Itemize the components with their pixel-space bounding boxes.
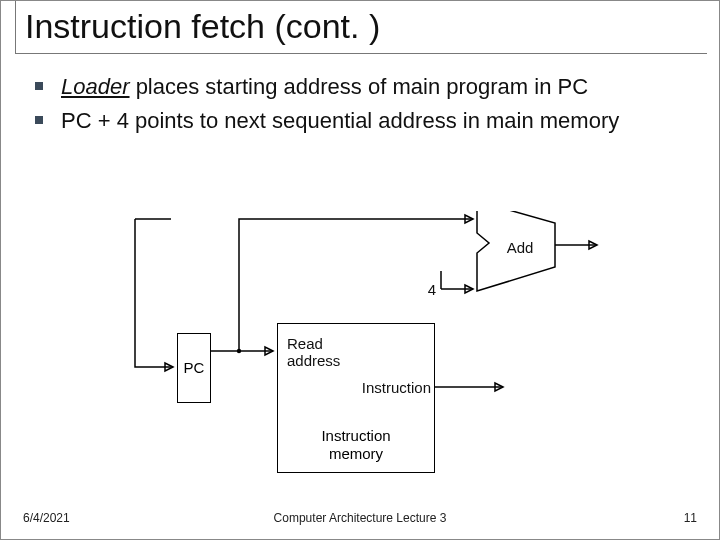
bullet-square-icon: [35, 82, 43, 90]
diagram-wires: [111, 211, 631, 501]
slide-body: Loader places starting address of main p…: [29, 73, 669, 140]
svg-point-12: [237, 349, 241, 353]
title-rule-vertical: [15, 1, 16, 53]
bullet-item: PC + 4 points to next sequential address…: [29, 107, 669, 135]
bullet-lead: Loader: [61, 74, 130, 99]
footer-center: Computer Architecture Lecture 3: [1, 511, 719, 525]
bullet-text: places starting address of main program …: [130, 74, 589, 99]
alu-shape: [477, 211, 555, 291]
bullet-item: Loader places starting address of main p…: [29, 73, 669, 101]
footer-page-number: 11: [684, 511, 697, 525]
slide: Instruction fetch (cont. ) Loader places…: [0, 0, 720, 540]
bullet-square-icon: [35, 116, 43, 124]
slide-title: Instruction fetch (cont. ): [25, 7, 380, 48]
diagram: PC Instruction memory Read address Instr…: [111, 211, 631, 501]
bullet-text: PC + 4 points to next sequential address…: [61, 108, 619, 133]
title-rule: [15, 53, 707, 54]
bullet-list: Loader places starting address of main p…: [29, 73, 669, 134]
